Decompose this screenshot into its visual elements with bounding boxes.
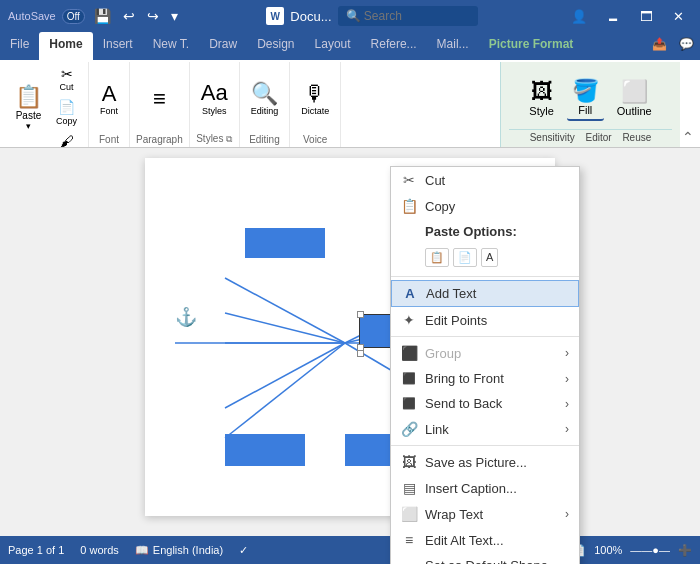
svg-line-2	[225, 278, 345, 343]
ctx-bring-front-label: Bring to Front	[425, 371, 557, 386]
save-icon[interactable]: 💾	[91, 6, 114, 26]
tab-insert[interactable]: Insert	[93, 32, 143, 60]
undo-icon[interactable]: ↩	[120, 6, 138, 26]
paragraph-button[interactable]: ≡	[148, 84, 171, 114]
search-input[interactable]	[338, 6, 478, 26]
paste-merge[interactable]: 📄	[453, 248, 477, 267]
ctx-edit-alt-text[interactable]: ≡ Edit Alt Text...	[391, 527, 579, 553]
status-bar: Page 1 of 1 0 words 📖 English (India) ✓ …	[0, 536, 700, 564]
ctx-wrap-label: Wrap Text	[425, 507, 557, 522]
fill-button[interactable]: 🪣 Fill	[567, 75, 604, 121]
dictate-group: 🎙Dictate Voice	[290, 62, 341, 147]
paragraph-group: ≡ Paragraph	[130, 62, 190, 147]
font-button[interactable]: AFont	[95, 79, 123, 119]
svg-line-7	[225, 343, 345, 408]
ctx-default-label: Set as Default Shape	[425, 558, 569, 564]
styles-icon: Aa	[201, 81, 228, 105]
comments-icon[interactable]: 💬	[673, 32, 700, 60]
language-label: English (India)	[153, 544, 223, 556]
document-title: Docu...	[290, 9, 331, 24]
paste-keep-source[interactable]: 📋	[425, 248, 449, 267]
editing-group: 🔍Editing Editing	[240, 62, 291, 147]
paragraph-icon: ≡	[153, 87, 166, 111]
close-button[interactable]: ✕	[665, 7, 692, 26]
tab-picture-format[interactable]: Picture Format	[479, 32, 584, 60]
group-icon: ⬛	[401, 345, 417, 361]
tab-new-t[interactable]: New T.	[143, 32, 199, 60]
zoom-in[interactable]: ➕	[678, 544, 692, 557]
redo-icon[interactable]: ↪	[144, 6, 162, 26]
reuse-btn[interactable]: Reuse	[622, 132, 651, 143]
tab-home[interactable]: Home	[39, 32, 92, 60]
alt-text-icon: ≡	[401, 532, 417, 548]
ctx-send-to-back[interactable]: ⬛ Send to Back ›	[391, 391, 579, 416]
share-icon[interactable]: 📤	[646, 32, 673, 60]
ctx-wrap-text[interactable]: ⬜ Wrap Text ›	[391, 501, 579, 527]
tab-mail[interactable]: Mail...	[427, 32, 479, 60]
fill-icon: 🪣	[572, 78, 599, 104]
cut-button[interactable]: ✂Cut	[51, 64, 82, 95]
ctx-cut[interactable]: ✂ Cut	[391, 167, 579, 193]
autosave-toggle[interactable]: Off	[62, 9, 85, 24]
paste-icon: 📋	[15, 85, 42, 109]
outline-button[interactable]: ⬜ Outline	[612, 76, 657, 120]
ctx-paste-label: Paste Options:	[425, 224, 569, 239]
tab-references[interactable]: Refere...	[361, 32, 427, 60]
shape-top-left[interactable]	[245, 228, 325, 258]
title-bar: AutoSave Off 💾 ↩ ↪ ▾ W Docu... 👤 🗕 🗖 ✕	[0, 0, 700, 32]
anchor-icon: ⚓	[175, 306, 197, 328]
tab-file[interactable]: File	[0, 32, 39, 60]
paragraph-label: Paragraph	[136, 134, 183, 145]
ctx-copy[interactable]: 📋 Copy	[391, 193, 579, 219]
copy-button[interactable]: 📄Copy	[51, 97, 82, 128]
profile-icon[interactable]: 👤	[563, 7, 595, 26]
shape-bottom-left[interactable]	[225, 434, 305, 466]
minimize-button[interactable]: 🗕	[599, 7, 628, 26]
main-ribbon: 📋 Paste ▾ ✂Cut 📄Copy 🖌 Clipboard ⧉ AFont…	[0, 60, 700, 148]
style-label: Style	[529, 105, 553, 117]
page-indicator: Page 1 of 1	[8, 544, 64, 556]
cut-icon: ✂	[401, 172, 417, 188]
edit-points-icon: ✦	[401, 312, 417, 328]
font-label: Font	[99, 134, 119, 145]
tab-design[interactable]: Design	[247, 32, 304, 60]
title-bar-right: 👤 🗕 🗖 ✕	[563, 7, 692, 26]
styles-button[interactable]: AaStyles	[196, 78, 233, 118]
ctx-edit-points[interactable]: ✦ Edit Points	[391, 307, 579, 333]
editor-btn[interactable]: Editor	[585, 132, 611, 143]
svg-line-3	[225, 313, 345, 343]
outline-label: Outline	[617, 105, 652, 117]
zoom-slider[interactable]: ——●—	[630, 544, 670, 556]
tab-layout[interactable]: Layout	[305, 32, 361, 60]
customize-icon[interactable]: ▾	[168, 6, 181, 26]
ctx-paste-sub: 📋 📄 A	[391, 244, 579, 273]
bring-front-icon: ⬛	[401, 372, 417, 385]
ctx-edit-points-label: Edit Points	[425, 313, 569, 328]
autosave-label: AutoSave	[8, 10, 56, 22]
ctx-link[interactable]: 🔗 Link ›	[391, 416, 579, 442]
ctx-insert-caption[interactable]: ▤ Insert Caption...	[391, 475, 579, 501]
paste-label: Paste	[16, 110, 42, 121]
style-button[interactable]: 🖼 Style	[524, 76, 558, 120]
styles-group-content: AaStyles	[196, 64, 233, 133]
editing-button[interactable]: 🔍Editing	[246, 79, 284, 119]
sensitivity-btn[interactable]: Sensitivity	[530, 132, 575, 143]
tab-draw[interactable]: Draw	[199, 32, 247, 60]
dictate-button[interactable]: 🎙Dictate	[296, 79, 334, 119]
font-group: AFont Font	[89, 62, 130, 147]
ctx-save-as-picture[interactable]: 🖼 Save as Picture...	[391, 449, 579, 475]
editing-label: Editing	[249, 134, 280, 145]
maximize-button[interactable]: 🗖	[632, 7, 661, 26]
paste-button[interactable]: 📋 Paste ▾	[10, 82, 47, 133]
document-area: ⚓ ↻ ✂ Cut 📋 Copy	[0, 148, 700, 526]
clipboard-secondary: ✂Cut 📄Copy 🖌	[51, 64, 82, 152]
collapse-ribbon-icon[interactable]: ⌃	[682, 129, 694, 145]
ctx-add-text[interactable]: A Add Text	[391, 280, 579, 307]
pf-buttons: 🖼 Style 🪣 Fill ⬜ Outline	[509, 66, 672, 129]
send-back-icon: ⬛	[401, 397, 417, 410]
ctx-bring-to-front[interactable]: ⬛ Bring to Front ›	[391, 366, 579, 391]
paste-arrow[interactable]: ▾	[26, 121, 31, 131]
ctx-set-default[interactable]: Set as Default Shape	[391, 553, 579, 564]
paste-text-only[interactable]: A	[481, 248, 498, 267]
ctx-paste-header: Paste Options:	[391, 219, 579, 244]
